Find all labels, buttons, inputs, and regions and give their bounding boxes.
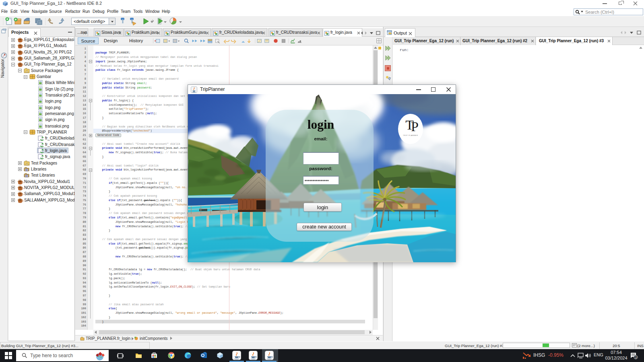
svg-text:3: 3 xyxy=(635,356,636,359)
